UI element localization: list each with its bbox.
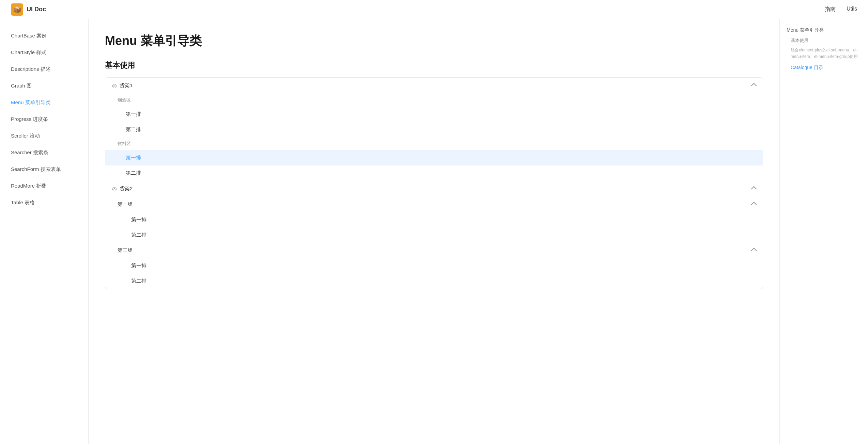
section-title: 基本使用: [105, 60, 763, 70]
menu-huojia1-label: 货架1: [120, 82, 133, 89]
sidebar-item-chartstyle[interactable]: ChartStyle 样式: [0, 44, 88, 61]
sidebar-left: ChartBase 案例 ChartStyle 样式 Descriptions …: [0, 19, 89, 444]
nav-utils[interactable]: Utils: [847, 6, 857, 13]
menu-item-yj-r2[interactable]: 第二排: [105, 122, 763, 137]
logo-text: UI Doc: [27, 6, 46, 13]
sidebar-item-searchform[interactable]: SearchForm 搜索表单: [0, 161, 88, 177]
menu-group2[interactable]: 第二组: [105, 243, 763, 258]
menu-item-yl-r1[interactable]: 第一排: [105, 150, 763, 165]
main-content: Menu 菜单引导类 基本使用 ◎ 货架1 烟酒区 第一排 第二排 饮料区 第一…: [89, 19, 779, 444]
menu-item-g1-r1[interactable]: 第一排: [105, 212, 763, 227]
logo-icon: 📦: [11, 3, 23, 16]
menu-huojia1[interactable]: ◎ 货架1: [105, 78, 763, 94]
nav-guide[interactable]: 指南: [825, 6, 836, 13]
sidebar-item-table[interactable]: Table 表格: [0, 194, 88, 211]
menu-huojia2-left: ◎ 货架2: [112, 186, 133, 192]
menu-item-g2-r1[interactable]: 第一排: [105, 258, 763, 273]
menu-huojia1-left: ◎ 货架1: [112, 82, 133, 89]
menu-group-yinliao: 饮料区: [105, 137, 763, 150]
chevron-up-icon-3: [752, 201, 756, 208]
sidebar-item-menu[interactable]: Menu 菜单引导类: [0, 94, 88, 111]
menu-item-yj-r1[interactable]: 第一排: [105, 107, 763, 122]
menu-group-yanjiu: 烟酒区: [105, 94, 763, 107]
chevron-up-icon-1: [752, 82, 756, 89]
pin-icon-1: ◎: [112, 82, 117, 89]
menu-huojia2-label: 货架2: [120, 186, 133, 192]
menu-group1[interactable]: 第一组: [105, 197, 763, 212]
sidebar-item-readmore[interactable]: ReadMore 折叠: [0, 177, 88, 194]
chevron-up-icon-2: [752, 186, 756, 192]
sidebar-right: Menu 菜单引导类 基本使用 结合element-plus的el-sub-me…: [779, 19, 868, 444]
toc-desc: 结合element-plus的el-sub-menu、el-menu-item、…: [787, 45, 861, 62]
sidebar-item-graph[interactable]: Graph 图: [0, 77, 88, 94]
menu-item-yl-r2[interactable]: 第二排: [105, 165, 763, 181]
app-header: 📦 UI Doc 指南 Utils: [0, 0, 868, 19]
chevron-up-icon-4: [752, 247, 756, 254]
menu-demo: ◎ 货架1 烟酒区 第一排 第二排 饮料区 第一排 第二排 ◎ 货架2: [105, 77, 763, 289]
layout: ChartBase 案例 ChartStyle 样式 Descriptions …: [0, 19, 868, 444]
menu-group1-label: 第一组: [118, 201, 133, 208]
toc-title: Menu 菜单引导类: [787, 27, 861, 33]
menu-item-g1-r2[interactable]: 第二排: [105, 227, 763, 243]
toc-catalogue-link[interactable]: Catalogue 目录: [787, 62, 861, 72]
sidebar-item-descriptions[interactable]: Descriptions 描述: [0, 61, 88, 77]
page-title: Menu 菜单引导类: [105, 33, 763, 49]
menu-item-g2-r2[interactable]: 第二排: [105, 273, 763, 289]
logo[interactable]: 📦 UI Doc: [11, 3, 46, 16]
menu-huojia2[interactable]: ◎ 货架2: [105, 181, 763, 197]
sidebar-item-chartbase[interactable]: ChartBase 案例: [0, 27, 88, 44]
header-nav: 指南 Utils: [825, 6, 857, 13]
sidebar-item-searcher[interactable]: Searcher 搜索条: [0, 144, 88, 161]
pin-icon-2: ◎: [112, 186, 117, 192]
toc-item-basic[interactable]: 基本使用: [787, 36, 861, 45]
menu-group2-label: 第二组: [118, 247, 133, 254]
sidebar-item-progress[interactable]: Progress 进度条: [0, 111, 88, 127]
sidebar-item-scroller[interactable]: Scroller 滚动: [0, 127, 88, 144]
